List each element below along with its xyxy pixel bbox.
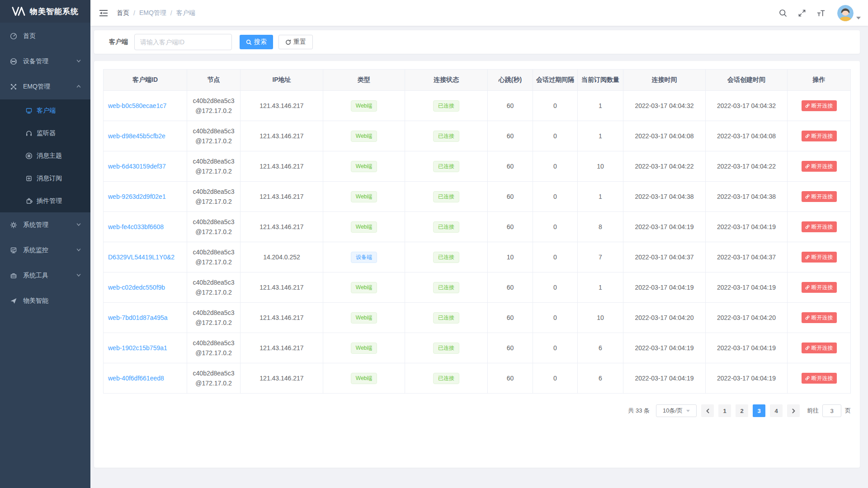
client-id-link[interactable]: web-40f6df661eed8 (108, 375, 164, 382)
prev-page-button[interactable] (701, 404, 714, 417)
client-id-link[interactable]: web-fe4c033bf6608 (108, 223, 164, 230)
sidebar-item-label: 设备管理 (23, 57, 48, 66)
disconnect-button[interactable]: 断开连接 (802, 312, 837, 323)
status-badge: 已连接 (433, 131, 459, 142)
goto-page-input[interactable] (822, 404, 841, 417)
disconnect-button[interactable]: 断开连接 (802, 131, 837, 141)
node-name: c40b2d8ea5c3 (187, 338, 240, 348)
cell-ip: 121.43.146.217 (241, 91, 323, 121)
plugin-puzzle-icon (25, 197, 33, 205)
sidebar-item-system-mgmt[interactable]: 系统管理 (0, 212, 90, 238)
sidebar-item-wumei[interactable]: 物美智能 (0, 288, 90, 314)
chevron-down-icon (76, 58, 81, 65)
client-id-link[interactable]: web-6d430159def37 (108, 163, 166, 170)
user-menu[interactable] (837, 5, 861, 21)
subscribe-plus-icon (25, 175, 33, 182)
cell-type: Web端 (323, 303, 405, 333)
page-content: 客户端 搜索 重置 客户端ID节点IP地址类型连接状态心跳(秒)会话过期间 (90, 26, 868, 488)
disconnect-button[interactable]: 断开连接 (802, 373, 837, 384)
sidebar-item-home[interactable]: 首页 (0, 23, 90, 49)
client-id-input[interactable] (134, 34, 232, 50)
type-badge: Web端 (351, 100, 377, 112)
client-id-link[interactable]: web-c02dedc550f9b (108, 284, 165, 291)
cell-client-id: web-9263d2d9f02e1 (104, 182, 187, 212)
next-page-button[interactable] (787, 404, 800, 417)
sidebar-fold-icon[interactable] (99, 8, 108, 18)
cell-status: 已连接 (405, 333, 488, 363)
sidebar-item-clients[interactable]: 客户端 (0, 99, 90, 122)
cell-ip: 121.43.146.217 (241, 212, 323, 242)
column-header: 连接时间 (623, 70, 706, 91)
cell-connected-at: 2022-03-17 04:04:19 (623, 333, 706, 363)
client-id-link[interactable]: web-9263d2d9f02e1 (108, 193, 166, 200)
cell-node: c40b2d8ea5c3@172.17.0.2 (187, 242, 241, 272)
cell-session-created-at: 2022-03-17 04:04:19 (706, 272, 788, 303)
cell-subscriptions: 6 (578, 333, 623, 363)
cell-heartbeat: 60 (488, 182, 533, 212)
sidebar-item-devices[interactable]: 设备管理 (0, 49, 90, 74)
disconnect-button[interactable]: 断开连接 (802, 191, 837, 202)
monitor-chart-icon (10, 247, 17, 254)
page-button[interactable]: 2 (736, 404, 748, 417)
search-icon[interactable] (778, 9, 788, 18)
cell-heartbeat: 60 (488, 303, 533, 333)
node-address: @172.17.0.2 (187, 106, 240, 116)
page-button[interactable]: 1 (718, 404, 731, 417)
cell-actions: 断开连接 (788, 151, 851, 182)
cell-heartbeat: 60 (488, 121, 533, 151)
breadcrumb-home[interactable]: 首页 (117, 9, 129, 17)
table-row: web-b0c580ecae1c7c40b2d8ea5c3@172.17.0.2… (104, 91, 851, 121)
cell-subscriptions: 10 (578, 151, 623, 182)
client-id-link[interactable]: web-d98e45b5cfb2e (108, 132, 165, 140)
disconnect-button[interactable]: 断开连接 (802, 161, 837, 172)
sidebar-item-subscriptions[interactable]: 消息订阅 (0, 167, 90, 190)
search-button[interactable]: 搜索 (240, 35, 273, 49)
disconnect-button[interactable]: 断开连接 (802, 100, 837, 111)
chevron-down-icon (856, 17, 861, 19)
cell-actions: 断开连接 (788, 121, 851, 151)
disconnect-button[interactable]: 断开连接 (802, 343, 837, 353)
sidebar-item-plugins[interactable]: 插件管理 (0, 190, 90, 212)
breadcrumb-emq[interactable]: EMQ管理 (139, 9, 166, 17)
cell-session-expiry: 0 (533, 363, 578, 394)
table-row: web-c02dedc550f9bc40b2d8ea5c3@172.17.0.2… (104, 272, 851, 303)
chevron-left-icon (705, 408, 710, 413)
paper-plane-icon (10, 297, 17, 305)
emq-submenu: 客户端 监听器 消息主题 (0, 99, 90, 212)
disconnect-button[interactable]: 断开连接 (802, 221, 837, 232)
cell-type: Web端 (323, 151, 405, 182)
node-name: c40b2d8ea5c3 (187, 308, 240, 318)
font-size-icon[interactable] (816, 9, 826, 18)
table-row: web-7bd01d87a495ac40b2d8ea5c3@172.17.0.2… (104, 303, 851, 333)
client-id-link[interactable]: web-7bd01d87a495a (108, 314, 168, 321)
cell-session-created-at: 2022-03-17 04:04:19 (706, 363, 788, 394)
chevron-down-icon (686, 410, 690, 412)
fullscreen-icon[interactable] (797, 9, 807, 18)
disconnect-button[interactable]: 断开连接 (802, 252, 837, 263)
client-id-link[interactable]: web-b0c580ecae1c7 (108, 102, 166, 109)
reset-button[interactable]: 重置 (278, 35, 313, 49)
sidebar-item-system-tools[interactable]: 系统工具 (0, 263, 90, 288)
page-button-current[interactable]: 3 (753, 404, 765, 417)
logo-icon (12, 6, 25, 16)
client-id-link[interactable]: web-1902c15b759a1 (108, 344, 167, 352)
cell-heartbeat: 60 (488, 151, 533, 182)
disconnect-button[interactable]: 断开连接 (802, 282, 837, 293)
disconnect-button-label: 断开连接 (811, 223, 833, 231)
client-id-link[interactable]: D6329VL54419L1Y0&2 (108, 253, 175, 261)
page-size-select[interactable]: 10条/页 (656, 404, 697, 417)
cell-connected-at: 2022-03-17 04:04:38 (623, 182, 706, 212)
sidebar-item-emq[interactable]: EMQ管理 (0, 74, 90, 99)
cell-actions: 断开连接 (788, 242, 851, 272)
client-id-label: 客户端 (109, 38, 128, 46)
column-header: IP地址 (241, 70, 323, 91)
cell-node: c40b2d8ea5c3@172.17.0.2 (187, 151, 241, 182)
cell-status: 已连接 (405, 242, 488, 272)
node-name: c40b2d8ea5c3 (187, 187, 240, 197)
sidebar-menu: 首页 设备管理 EMQ管理 (0, 23, 90, 314)
page-button[interactable]: 4 (770, 404, 783, 417)
sidebar-item-listeners[interactable]: 监听器 (0, 122, 90, 145)
sidebar-item-system-monitor[interactable]: 系统监控 (0, 238, 90, 263)
chevron-up-icon (76, 83, 81, 90)
sidebar-item-topics[interactable]: 消息主题 (0, 145, 90, 167)
